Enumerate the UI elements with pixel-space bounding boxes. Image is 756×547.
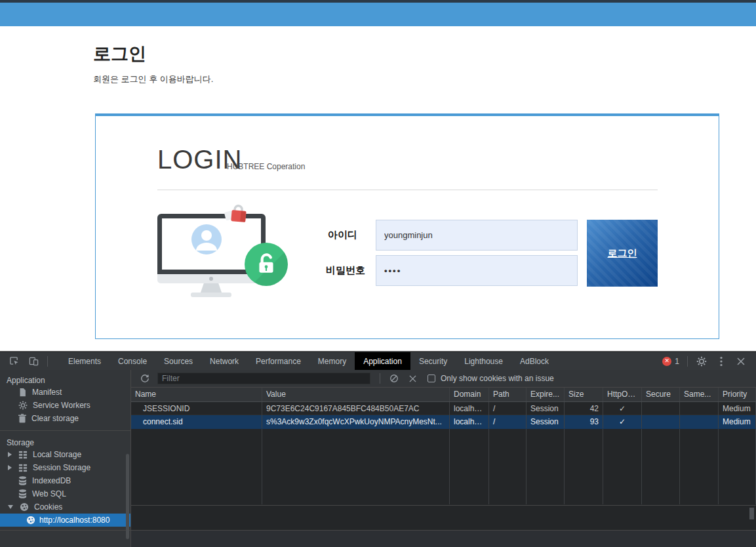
- tab-sources[interactable]: Sources: [155, 352, 201, 370]
- delete-selected-icon[interactable]: [407, 373, 418, 384]
- filter-input[interactable]: [157, 373, 370, 384]
- id-label: 아이디: [328, 229, 357, 241]
- table-row-connect-sid[interactable]: connect.sid s%3Ack9w3Zx0fqcWcXPwkUoyNMPA…: [131, 415, 756, 429]
- refresh-icon[interactable]: [139, 373, 151, 384]
- cell-secure[interactable]: [642, 415, 680, 428]
- page-subtitle: 회원은 로그인 후 이용바랍니다.: [93, 73, 213, 85]
- sidebar-item-label: Web SQL: [32, 489, 66, 498]
- cell-name[interactable]: JSESSIONID: [131, 402, 262, 415]
- chevron-right-icon[interactable]: [8, 452, 12, 457]
- column-header-priority[interactable]: Priority: [719, 388, 756, 401]
- tab-elements[interactable]: Elements: [60, 352, 109, 370]
- cell-path[interactable]: /: [489, 415, 527, 428]
- inspect-element-icon[interactable]: [8, 355, 20, 367]
- cell-secure[interactable]: [642, 402, 680, 415]
- sidebar-item-label: Session Storage: [33, 463, 90, 472]
- column-header-domain[interactable]: Domain: [450, 388, 489, 401]
- tab-console[interactable]: Console: [109, 352, 155, 370]
- devtools-tabbar: Elements Console Sources Network Perform…: [0, 352, 756, 370]
- column-header-samesite[interactable]: Same...: [680, 388, 719, 401]
- column-header-value[interactable]: Value: [262, 388, 450, 401]
- cell-priority[interactable]: Medium: [719, 402, 756, 415]
- cell-samesite[interactable]: [680, 402, 719, 415]
- issue-filter-checkbox[interactable]: [428, 375, 435, 382]
- sidebar-item-label: Local Storage: [33, 450, 81, 459]
- tab-application[interactable]: Application: [355, 352, 410, 370]
- tab-network[interactable]: Network: [201, 352, 247, 370]
- tab-performance[interactable]: Performance: [247, 352, 309, 370]
- cell-domain[interactable]: localhost: [450, 402, 489, 415]
- kebab-menu-icon[interactable]: [715, 355, 727, 367]
- sidebar-item-cookies[interactable]: Cookies: [0, 500, 130, 514]
- sidebar-item-session-storage[interactable]: Session Storage: [0, 461, 130, 474]
- divider: [380, 373, 380, 384]
- database-icon: [18, 489, 27, 498]
- sidebar-section-storage: Storage: [0, 437, 130, 448]
- cell-value[interactable]: s%3Ack9w3Zx0fqcWcXPwkUoyNMPAcnyMesNt...: [262, 415, 450, 428]
- sidebar-item-cookie-origin[interactable]: http://localhost:8080: [0, 514, 130, 527]
- sidebar-item-indexeddb[interactable]: IndexedDB: [0, 474, 130, 487]
- cookie-icon: [26, 516, 35, 525]
- close-icon[interactable]: [735, 355, 747, 367]
- tab-memory[interactable]: Memory: [309, 352, 355, 370]
- cell-httponly[interactable]: ✓: [603, 402, 642, 415]
- error-count: 1: [675, 357, 679, 366]
- table-icon: [18, 451, 28, 459]
- cell-samesite[interactable]: [680, 415, 719, 428]
- sidebar-item-label: Clear storage: [31, 414, 79, 423]
- sidebar-item-label: Manifest: [32, 388, 62, 397]
- monitor-stand: [201, 283, 222, 293]
- sidebar-scrollbar[interactable]: [126, 454, 129, 539]
- tab-lighthouse[interactable]: Lighthouse: [456, 352, 511, 370]
- gear-icon: [18, 401, 28, 410]
- sidebar-item-service-workers[interactable]: Service Workers: [0, 399, 130, 412]
- cell-priority[interactable]: Medium: [719, 415, 756, 428]
- password-input[interactable]: [376, 255, 578, 286]
- avatar-icon: [191, 224, 222, 254]
- divider: [157, 190, 658, 190]
- divider: [0, 430, 130, 431]
- column-header-expires[interactable]: Expire...: [527, 388, 565, 401]
- id-input[interactable]: [376, 220, 578, 251]
- column-header-path[interactable]: Path: [489, 388, 527, 401]
- login-button[interactable]: 로그인: [587, 220, 658, 287]
- cell-domain[interactable]: localhost: [450, 415, 489, 428]
- preview-scrollbar[interactable]: [749, 508, 754, 519]
- device-toolbar-icon[interactable]: [28, 355, 39, 367]
- login-button-label: 로그인: [608, 247, 637, 258]
- devtools-panel: Elements Console Sources Network Perform…: [0, 351, 756, 547]
- cell-path[interactable]: /: [489, 402, 527, 415]
- red-padlock-icon: [223, 205, 249, 227]
- cell-size[interactable]: 93: [565, 415, 603, 428]
- chevron-right-icon[interactable]: [8, 465, 12, 470]
- cell-expires[interactable]: Session: [527, 402, 565, 415]
- sidebar-item-manifest[interactable]: Manifest: [0, 386, 130, 399]
- sidebar-section-application: Application: [0, 375, 130, 386]
- monitor-button: [209, 277, 213, 281]
- cell-size[interactable]: 42: [565, 402, 603, 415]
- tab-adblock[interactable]: AdBlock: [511, 352, 557, 370]
- sidebar-item-label: Service Workers: [33, 401, 90, 410]
- cookie-icon: [20, 502, 29, 512]
- error-count-badge[interactable]: ✕ 1: [662, 357, 679, 366]
- application-sidebar: Application Manifest: [0, 370, 131, 547]
- sidebar-item-web-sql[interactable]: Web SQL: [0, 487, 130, 500]
- cell-name[interactable]: connect.sid: [131, 415, 262, 428]
- sidebar-item-clear-storage[interactable]: Clear storage: [0, 412, 130, 425]
- column-header-name[interactable]: Name: [131, 388, 262, 401]
- tab-security[interactable]: Security: [410, 352, 456, 370]
- cookies-pane: Only show cookies with an issue Name Val…: [131, 370, 756, 547]
- chevron-down-icon[interactable]: [8, 505, 13, 509]
- column-header-size[interactable]: Size: [565, 388, 603, 401]
- screen: 로그인 회원은 로그인 후 이용바랍니다. LOGIN HUBTREE Cope…: [0, 0, 756, 547]
- cell-value[interactable]: 9C73E6C24C9167A845BFC484B50AE7AC: [262, 402, 450, 415]
- sidebar-item-local-storage[interactable]: Local Storage: [0, 448, 130, 461]
- table-row-jsessionid[interactable]: JSESSIONID 9C73E6C24C9167A845BFC484B50AE…: [131, 402, 756, 415]
- clear-cookies-icon[interactable]: [388, 373, 400, 384]
- settings-gear-icon[interactable]: [696, 355, 707, 367]
- column-header-httponly[interactable]: HttpOnly: [603, 388, 642, 401]
- login-panel: LOGIN HUBTREE Coperation: [95, 113, 719, 339]
- cell-httponly[interactable]: ✓: [603, 415, 642, 428]
- column-header-secure[interactable]: Secure: [642, 388, 680, 401]
- cell-expires[interactable]: Session: [527, 415, 565, 428]
